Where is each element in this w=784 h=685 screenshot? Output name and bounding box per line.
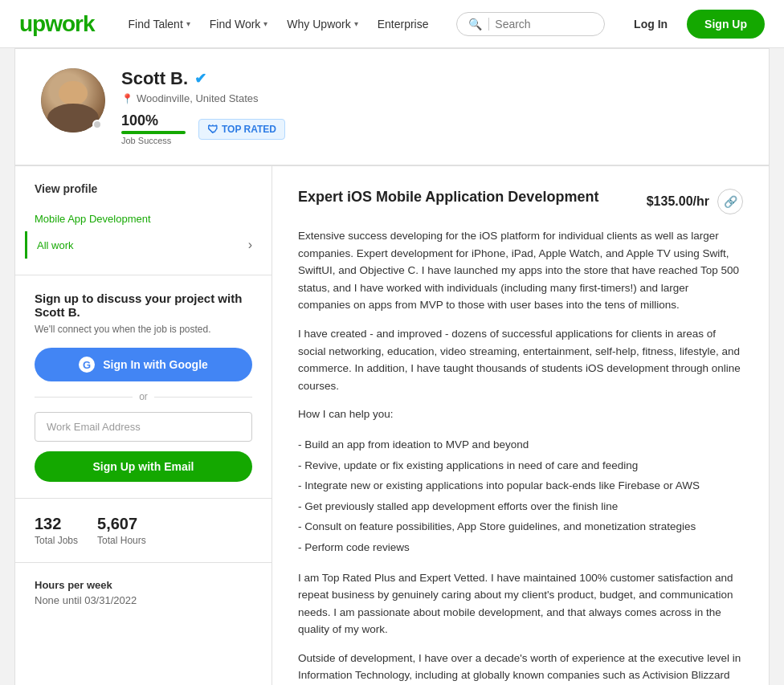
find-work-chevron-icon: ▾	[263, 19, 267, 28]
bullet-2: - Revive, update or fix existing applica…	[298, 455, 743, 476]
find-work-label: Find Work	[210, 18, 261, 31]
bullet-6: - Perform code reviews	[298, 537, 743, 558]
location-text: Woodinville, United States	[137, 92, 259, 104]
hours-section: Hours per week None until 03/31/2022	[15, 563, 272, 622]
or-divider: or	[35, 391, 252, 402]
google-logo-icon: G	[79, 357, 95, 373]
all-work-arrow-icon: ›	[248, 238, 252, 252]
profile-name-row: Scott B. ✔	[121, 68, 743, 89]
bullet-5: - Consult on feature possibilities, App …	[298, 516, 743, 537]
upwork-logo[interactable]: upwork	[19, 11, 95, 37]
online-indicator	[92, 120, 102, 129]
profile-location: 📍 Woodinville, United States	[121, 92, 743, 104]
or-line-left	[35, 397, 133, 398]
view-profile-title: View profile	[35, 182, 252, 195]
google-signin-label: Sign In with Google	[103, 358, 208, 371]
success-bar-fill	[121, 131, 186, 134]
or-line-right	[154, 397, 252, 398]
total-hours-value: 5,607	[97, 515, 146, 533]
hours-value: None until 03/31/2022	[35, 594, 252, 606]
profile-name: Scott B.	[121, 68, 188, 89]
success-label: Job Success	[121, 136, 186, 145]
success-bar	[121, 131, 186, 134]
why-upwork-label: Why Upwork	[287, 18, 350, 31]
description-para-3: How I can help you:	[298, 406, 743, 423]
signup-title: Sign up to discuss your project with Sco…	[35, 292, 252, 319]
sidebar-all-work-link[interactable]: All work ›	[25, 231, 252, 259]
bullet-3: - Integrate new or existing applications…	[298, 475, 743, 496]
bullet-1: - Build an app from ideation to MVP and …	[298, 434, 743, 455]
top-rated-label: TOP RATED	[222, 124, 276, 135]
link-icon: 🔗	[724, 195, 737, 208]
description-para-2: I have created - and improved - dozens o…	[298, 325, 743, 394]
signup-subtitle: We'll connect you when the job is posted…	[35, 324, 252, 335]
right-content: Expert iOS Mobile Application Developmen…	[272, 166, 769, 685]
profile-header: Scott B. ✔ 📍 Woodinville, United States …	[15, 49, 769, 165]
total-jobs-value: 132	[35, 515, 78, 533]
avatar	[41, 68, 105, 133]
bullet-list: - Build an app from ideation to MVP and …	[298, 434, 743, 558]
stats-section: 132 Total Jobs 5,607 Total Hours	[15, 499, 272, 563]
content-area: View profile Mobile App Development All …	[15, 165, 769, 685]
why-upwork-chevron-icon: ▾	[354, 19, 358, 28]
view-profile-section: View profile Mobile App Development All …	[15, 166, 272, 275]
or-text: or	[139, 391, 148, 402]
job-description: Extensive success developing for the iOS…	[298, 227, 743, 685]
description-para-4: I am Top Rated Plus and Expert Vetted. I…	[298, 569, 743, 638]
total-hours-stat: 5,607 Total Hours	[97, 515, 146, 546]
description-para-5: Outside of development, I have over a de…	[298, 650, 743, 685]
total-jobs-label: Total Jobs	[35, 535, 78, 546]
signup-button[interactable]: Sign Up	[687, 10, 765, 39]
nav-find-work[interactable]: Find Work ▾	[202, 11, 276, 37]
email-field[interactable]	[35, 412, 252, 442]
profile-stats: 100% Job Success 🛡 TOP RATED	[121, 112, 743, 145]
google-signin-button[interactable]: G Sign In with Google	[35, 348, 252, 381]
nav-why-upwork[interactable]: Why Upwork ▾	[279, 11, 365, 37]
search-divider	[488, 18, 489, 31]
bullet-4: - Get previously stalled app development…	[298, 496, 743, 517]
total-hours-label: Total Hours	[97, 535, 146, 546]
find-talent-chevron-icon: ▾	[186, 19, 190, 28]
email-signup-button[interactable]: Sign Up with Email	[35, 451, 252, 482]
nav-enterprise[interactable]: Enterprise	[370, 11, 437, 37]
search-box: 🔍	[456, 12, 606, 36]
verified-icon: ✔	[194, 70, 206, 88]
all-work-label: All work	[37, 239, 74, 251]
job-title: Expert iOS Mobile Application Developmen…	[298, 189, 634, 206]
top-rated-badge: 🛡 TOP RATED	[198, 119, 285, 140]
nav-find-talent[interactable]: Find Talent ▾	[120, 11, 198, 37]
search-icon: 🔍	[468, 18, 482, 31]
navbar: upwork Find Talent ▾ Find Work ▾ Why Upw…	[0, 0, 784, 48]
google-g-letter: G	[83, 359, 91, 371]
find-talent-label: Find Talent	[129, 18, 183, 31]
search-input[interactable]	[495, 18, 593, 31]
description-para-1: Extensive success developing for the iOS…	[298, 227, 743, 314]
hours-title: Hours per week	[35, 579, 252, 591]
nav-actions: Log In Sign Up	[624, 10, 765, 39]
job-rate: $135.00/hr	[647, 194, 709, 209]
sidebar: View profile Mobile App Development All …	[15, 166, 272, 685]
profile-info: Scott B. ✔ 📍 Woodinville, United States …	[121, 68, 743, 145]
login-button[interactable]: Log In	[624, 11, 677, 37]
nav-links: Find Talent ▾ Find Work ▾ Why Upwork ▾ E…	[120, 11, 437, 37]
signup-section: Sign up to discuss your project with Sco…	[15, 275, 272, 499]
main-container: Scott B. ✔ 📍 Woodinville, United States …	[14, 48, 770, 685]
copy-link-button[interactable]: 🔗	[717, 189, 743, 214]
shield-icon: 🛡	[207, 123, 218, 136]
location-pin-icon: 📍	[121, 93, 133, 104]
total-jobs-stat: 132 Total Jobs	[35, 515, 78, 546]
success-percentage: 100%	[121, 112, 186, 129]
sidebar-mobile-app-link[interactable]: Mobile App Development	[35, 206, 252, 231]
job-rate-wrap: $135.00/hr 🔗	[647, 189, 743, 214]
job-success: 100% Job Success	[121, 112, 186, 145]
job-header: Expert iOS Mobile Application Developmen…	[298, 189, 743, 214]
